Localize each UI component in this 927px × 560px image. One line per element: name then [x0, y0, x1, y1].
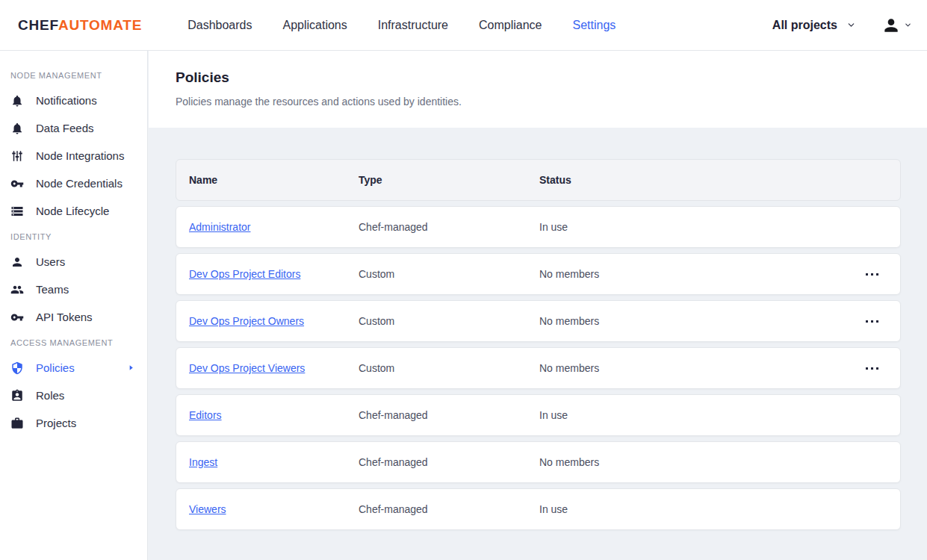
- top-navigation: Dashboards Applications Infrastructure C…: [187, 19, 616, 32]
- logo-chef-text: CHEF: [18, 17, 58, 33]
- briefcase-icon: [10, 417, 24, 430]
- top-bar: CHEFAUTOMATE Dashboards Applications Inf…: [0, 0, 927, 51]
- settings-sidebar: NODE MANAGEMENT Notifications Data Feeds…: [0, 51, 148, 560]
- policy-status: No members: [539, 456, 861, 468]
- page-title: Policies: [176, 69, 927, 86]
- sidebar-item-label: Projects: [36, 417, 76, 429]
- sidebar-section-identity: IDENTITY: [0, 232, 147, 241]
- policy-status: In use: [539, 221, 861, 233]
- storage-icon: [10, 205, 24, 218]
- sidebar-item-notifications[interactable]: Notifications: [0, 87, 147, 114]
- sidebar-item-api-tokens[interactable]: API Tokens: [0, 303, 147, 331]
- sidebar-item-label: Teams: [36, 283, 69, 296]
- policy-name-link[interactable]: Editors: [189, 409, 222, 421]
- key-icon: [10, 311, 24, 324]
- column-header-name: Name: [176, 174, 359, 186]
- sidebar-item-label: Roles: [36, 389, 64, 402]
- ellipsis-icon: [866, 367, 868, 370]
- column-header-status: Status: [539, 174, 861, 186]
- key-icon: [10, 177, 24, 190]
- badge-icon: [10, 389, 24, 402]
- sidebar-item-label: Policies: [36, 361, 75, 374]
- policy-type: Custom: [359, 362, 539, 374]
- sidebar-item-node-lifecycle[interactable]: Node Lifecycle: [0, 197, 147, 225]
- nav-settings[interactable]: Settings: [573, 19, 616, 32]
- row-menu-button[interactable]: [861, 267, 883, 281]
- policy-name-link[interactable]: Dev Ops Project Owners: [189, 315, 304, 327]
- sidebar-item-teams[interactable]: Teams: [0, 276, 147, 303]
- table-header-row: Name Type Status: [176, 159, 901, 201]
- nav-compliance[interactable]: Compliance: [479, 19, 542, 32]
- policy-name-link[interactable]: Ingest: [189, 456, 217, 468]
- policy-status: No members: [539, 362, 861, 374]
- table-row: Editors Chef-managed In use: [176, 394, 901, 436]
- sidebar-item-label: API Tokens: [36, 311, 93, 323]
- bell-icon: [10, 122, 24, 135]
- sidebar-item-users[interactable]: Users: [0, 248, 147, 276]
- person-icon: [10, 255, 24, 269]
- sidebar-item-roles[interactable]: Roles: [0, 382, 147, 409]
- ellipsis-icon: [866, 273, 868, 276]
- sidebar-item-label: Users: [36, 255, 65, 268]
- policy-status: No members: [539, 315, 861, 327]
- row-menu-button[interactable]: [861, 314, 883, 329]
- policy-status: In use: [539, 409, 861, 421]
- ellipsis-icon: [866, 320, 868, 323]
- sidebar-item-label: Data Feeds: [36, 122, 94, 134]
- sidebar-section-node-management: NODE MANAGEMENT: [0, 71, 147, 80]
- policy-name-link[interactable]: Viewers: [189, 503, 226, 515]
- table-row: Dev Ops Project Viewers Custom No member…: [176, 347, 901, 389]
- sidebar-item-label: Node Lifecycle: [36, 205, 109, 217]
- projects-filter-label: All projects: [772, 19, 837, 32]
- policy-status: In use: [539, 503, 861, 515]
- sidebar-item-label: Notifications: [36, 94, 97, 107]
- policy-type: Custom: [359, 315, 539, 327]
- policy-name-link[interactable]: Dev Ops Project Editors: [189, 268, 300, 280]
- policy-type: Chef-managed: [359, 221, 539, 233]
- bell-icon: [10, 94, 24, 108]
- table-row: Administrator Chef-managed In use: [176, 206, 901, 248]
- sidebar-item-node-integrations[interactable]: Node Integrations: [0, 142, 147, 169]
- row-menu-button[interactable]: [861, 361, 883, 376]
- logo-automate-text: AUTOMATE: [58, 17, 142, 33]
- policy-type: Chef-managed: [359, 456, 539, 468]
- policy-name-link[interactable]: Administrator: [189, 221, 250, 233]
- policy-name-link[interactable]: Dev Ops Project Viewers: [189, 362, 305, 374]
- sidebar-item-data-feeds[interactable]: Data Feeds: [0, 114, 147, 142]
- sidebar-item-node-credentials[interactable]: Node Credentials: [0, 169, 147, 197]
- group-icon: [10, 283, 24, 296]
- sidebar-item-label: Node Credentials: [36, 177, 123, 190]
- nav-infrastructure[interactable]: Infrastructure: [378, 19, 448, 32]
- page-header: Policies Policies manage the resources a…: [149, 51, 927, 128]
- nav-dashboards[interactable]: Dashboards: [187, 19, 252, 32]
- chevron-down-icon: [846, 20, 856, 30]
- table-row: Dev Ops Project Editors Custom No member…: [176, 253, 901, 295]
- policy-type: Custom: [359, 268, 539, 280]
- main-content: Policies Policies manage the resources a…: [149, 51, 927, 560]
- sidebar-item-label: Node Integrations: [36, 149, 124, 162]
- policy-type: Chef-managed: [359, 409, 539, 421]
- nav-applications[interactable]: Applications: [282, 19, 347, 32]
- chef-automate-logo[interactable]: CHEFAUTOMATE: [18, 17, 142, 34]
- sidebar-item-projects[interactable]: Projects: [0, 409, 147, 437]
- policies-table: Administrator Chef-managed In use Dev Op…: [176, 206, 901, 530]
- topbar-right: All projects: [772, 16, 912, 35]
- sliders-icon: [10, 149, 24, 163]
- page-subtitle: Policies manage the resources and action…: [176, 96, 927, 108]
- table-row: Dev Ops Project Owners Custom No members: [176, 300, 901, 342]
- policy-status: No members: [539, 268, 861, 280]
- table-row: Ingest Chef-managed No members: [176, 441, 901, 483]
- sidebar-section-access-management: ACCESS MANAGEMENT: [0, 338, 147, 347]
- policy-type: Chef-managed: [359, 503, 539, 515]
- sidebar-item-policies[interactable]: Policies: [0, 354, 147, 382]
- arrow-right-icon: [127, 364, 135, 372]
- chevron-down-icon: [904, 21, 912, 29]
- avatar-icon: [881, 16, 901, 35]
- user-menu[interactable]: [881, 16, 912, 35]
- column-header-type: Type: [359, 174, 539, 186]
- shield-icon: [10, 361, 24, 375]
- projects-filter-dropdown[interactable]: All projects: [772, 19, 856, 32]
- policies-content: Name Type Status Administrator Chef-mana…: [149, 128, 927, 560]
- table-row: Viewers Chef-managed In use: [176, 488, 901, 530]
